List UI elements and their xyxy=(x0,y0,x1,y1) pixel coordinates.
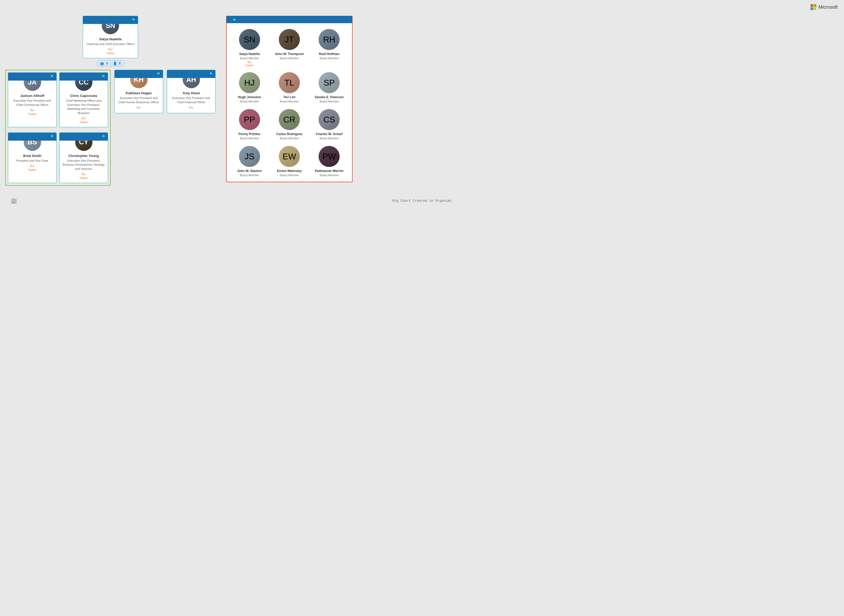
board-penny: PP Penny Pritzker Board Member xyxy=(231,109,268,141)
board-linkedin-badge[interactable]: in xyxy=(232,18,237,22)
chris-twitter[interactable]: Twitter xyxy=(60,120,108,124)
board-satya-name: Satya Nadella xyxy=(231,52,268,56)
board-satya-avatar: SN xyxy=(239,29,260,50)
board-penny-name: Penny Pritzker xyxy=(231,132,268,136)
board-sandra-role: Board Member xyxy=(311,100,348,103)
chris-name: Chris Capossela xyxy=(60,94,108,98)
board-sandra-avatar: SP xyxy=(319,72,340,93)
amy-header: in xyxy=(167,70,215,78)
board-padma: PW Padmasree Warrior Board Member xyxy=(311,146,348,177)
christopher-bio[interactable]: Bio xyxy=(60,173,108,176)
judson-title: Executive Vice President and Chief Comme… xyxy=(8,99,56,107)
board-padma-role: Board Member xyxy=(311,173,348,177)
board-john-t-avatar: JT xyxy=(279,29,300,50)
board-penny-avatar: PP xyxy=(239,109,260,130)
chris-title: Chief Marketing Officer and Executive Vi… xyxy=(60,99,108,115)
chris-linkedin[interactable]: in xyxy=(101,74,106,78)
board-john-t-role: Board Member xyxy=(271,57,308,60)
board-satya-role: Board Member xyxy=(231,57,268,60)
board-teri-name: Teri List xyxy=(271,95,308,99)
board-carlos-name: Carlos Rodriguez xyxy=(271,132,308,136)
reports-section: in JA Judson Althoff Executive Vice Pres… xyxy=(5,70,216,186)
chris-header: in xyxy=(60,73,108,81)
top-reports-row: in JA Judson Althoff Executive Vice Pres… xyxy=(5,70,216,186)
board-emma-name: Emma Walmsley xyxy=(271,169,308,173)
board-carlos-avatar: CR xyxy=(279,109,300,130)
amy-linkedin[interactable]: in xyxy=(209,72,213,75)
board-john-s: JS John W. Stanton Board Member xyxy=(231,146,268,177)
board-padma-name: Padmasree Warrior xyxy=(311,169,348,173)
brad-twitter[interactable]: Twitter xyxy=(8,168,56,172)
board-sandra-name: Sandra E. Peterson xyxy=(311,95,348,99)
board-john-t-name: John W. Thompson xyxy=(271,52,308,56)
kathleen-name: Kathleen Hogan xyxy=(115,91,163,95)
judson-twitter[interactable]: Twitter xyxy=(8,113,56,116)
amy-bio[interactable]: Bio xyxy=(167,106,215,109)
board-john-t: JT John W. Thompson Board Member xyxy=(271,29,308,67)
board-hugh: HJ Hugh Johnston Board Member xyxy=(231,72,268,104)
board-hugh-avatar: HJ xyxy=(239,72,260,93)
reports-count: 6 xyxy=(106,62,108,65)
green-group-row2: in BS Brad Smith President and Vice Chai… xyxy=(8,132,108,183)
board-carlos-role: Board Member xyxy=(271,137,308,140)
judson-header: in xyxy=(8,73,56,81)
ms-name-label: Microsoft xyxy=(818,4,838,10)
kathleen-linkedin[interactable]: in xyxy=(156,72,161,75)
chris-bio[interactable]: Bio xyxy=(60,117,108,120)
linkedin-badge[interactable]: in xyxy=(131,18,136,21)
board-emma-role: Board Member xyxy=(271,173,308,177)
board-teri-avatar: TL xyxy=(279,72,300,93)
board-john-s-role: Board Member xyxy=(231,173,268,177)
judson-name: Judson Althoff xyxy=(8,94,56,98)
ceo-bio-link[interactable]: Bio xyxy=(83,48,138,51)
board-charles-name: Charles W. Scharf xyxy=(311,132,348,136)
board-john-s-name: John W. Stanton xyxy=(231,169,268,173)
christopher-header: in xyxy=(60,133,108,141)
brad-linkedin[interactable]: in xyxy=(50,134,54,138)
person-icon: 👤 xyxy=(113,62,117,65)
main-layout: in SN Satya Nadella Chairman and Chief E… xyxy=(5,16,839,186)
board-carlos: CR Carlos Rodriguez Board Member xyxy=(271,109,308,141)
judson-linkedin[interactable]: in xyxy=(50,74,54,78)
board-charles: CS Charles W. Scharf Board Member xyxy=(311,109,348,141)
kathleen-header: in xyxy=(115,70,163,78)
ceo-twitter-link[interactable]: Twitter xyxy=(83,51,138,55)
org-icon: 🏢 xyxy=(10,198,17,204)
christopher-twitter[interactable]: Twitter xyxy=(60,176,108,180)
footer-text: Org Chart Created in Organimi xyxy=(5,194,839,208)
kathleen-title: Executive Vice President and Chief Human… xyxy=(115,96,163,104)
board-panel: in SN Satya Nadella Board Member Bio Twi… xyxy=(226,16,353,182)
ceo-card-header: in xyxy=(83,16,138,24)
board-padma-avatar: PW xyxy=(319,146,340,167)
footer-section: 🏢 Org Chart Created in Organimi xyxy=(5,194,839,208)
kathleen-bio[interactable]: Bio xyxy=(115,106,163,109)
ceo-card: in SN Satya Nadella Chairman and Chief E… xyxy=(83,16,138,58)
board-satya-twitter[interactable]: Twitter xyxy=(231,64,268,67)
ms-grid-icon xyxy=(810,4,816,10)
board-reid-role: Board Member xyxy=(311,57,348,60)
ms-red-square xyxy=(810,4,813,7)
board-reid-avatar: RH xyxy=(319,29,340,50)
judson-bio[interactable]: Bio xyxy=(8,109,56,111)
microsoft-logo: Microsoft xyxy=(810,4,838,10)
green-group-row1: in JA Judson Althoff Executive Vice Pres… xyxy=(8,72,108,127)
board-hugh-name: Hugh Johnston xyxy=(231,95,268,99)
brad-bio[interactable]: Bio xyxy=(8,164,56,167)
kathleen-card: in KH Kathleen Hogan Executive Vice Pres… xyxy=(114,70,163,113)
org-left: in SN Satya Nadella Chairman and Chief E… xyxy=(5,16,216,186)
ceo-section: in SN Satya Nadella Chairman and Chief E… xyxy=(5,16,216,67)
board-emma-avatar: EW xyxy=(279,146,300,167)
board-reid-name: Reid Hoffman xyxy=(311,52,348,56)
board-satya-bio[interactable]: Bio xyxy=(231,60,268,64)
board-reid: RH Reid Hoffman Board Member xyxy=(311,29,348,67)
board-john-s-avatar: JS xyxy=(239,146,260,167)
brad-name: Brad Smith xyxy=(8,154,56,158)
christopher-linkedin[interactable]: in xyxy=(101,134,106,138)
ms-green-square xyxy=(814,4,816,7)
amy-title: Executive Vice President and Chief Finan… xyxy=(167,96,215,104)
amy-name: Amy Hood xyxy=(167,91,215,95)
christopher-card: in CY Christopher Young Executive Vice P… xyxy=(59,132,108,183)
board-penny-role: Board Member xyxy=(231,137,268,140)
brad-card: in BS Brad Smith President and Vice Chai… xyxy=(8,132,57,183)
brad-title: President and Vice Chair xyxy=(8,159,56,163)
